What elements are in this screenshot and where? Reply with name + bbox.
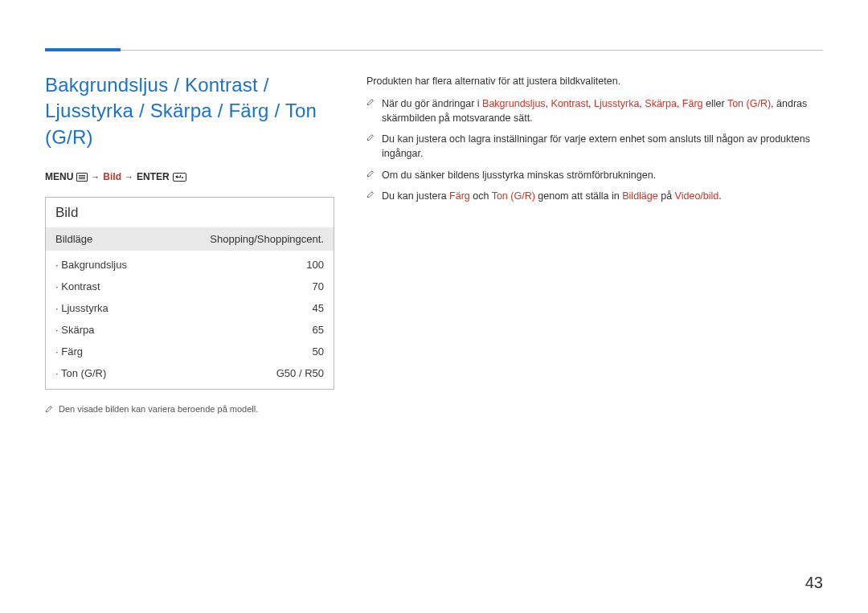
row-value: 65: [313, 324, 324, 336]
breadcrumb-menu: MENU: [45, 171, 73, 182]
note: Du kan justera och lagra inställningar f…: [366, 132, 823, 161]
note-text: Om du sänker bildens ljusstyrka minskas …: [382, 168, 656, 182]
title-line-1: Bakgrundsljus / Kontrast /: [45, 74, 269, 96]
right-column: Produkten har flera alternativ för att j…: [366, 72, 823, 414]
pencil-icon: [366, 169, 375, 178]
pencil-icon: [45, 404, 54, 413]
panel-row: Bakgrundsljus100: [46, 254, 334, 276]
note-text: Du kan justera och lagra inställningar f…: [382, 132, 823, 161]
row-label: Bakgrundsljus: [55, 259, 127, 271]
footnote-text: Den visade bilden kan variera beroende p…: [59, 404, 258, 414]
breadcrumb-enter: ENTER: [137, 171, 170, 182]
page: Bakgrundsljus / Kontrast / Ljusstyrka / …: [0, 0, 868, 613]
enter-icon: [173, 173, 186, 182]
panel-row: Ton (G/R)G50 / R50: [46, 362, 334, 384]
panel-mode-row: Bildläge Shopping/Shoppingcent.: [46, 227, 334, 251]
panel-row: Ljusstyrka45: [46, 297, 334, 319]
content: Bakgrundsljus / Kontrast / Ljusstyrka / …: [45, 0, 823, 414]
pencil-icon: [366, 133, 375, 141]
row-label: Färg: [55, 345, 83, 358]
note: Du kan justera Färg och Ton (G/R) genom …: [366, 189, 823, 203]
page-number: 43: [805, 574, 823, 592]
accent-bar: [45, 48, 121, 51]
menu-icon: [76, 173, 88, 182]
left-column: Bakgrundsljus / Kontrast / Ljusstyrka / …: [45, 72, 334, 414]
row-value: 45: [313, 302, 324, 314]
row-value: 70: [313, 280, 324, 292]
intro-text: Produkten har flera alternativ för att j…: [366, 76, 823, 87]
row-value: 50: [313, 345, 324, 358]
top-rule: [45, 50, 823, 51]
row-value: G50 / R50: [276, 367, 324, 379]
panel-row: Färg50: [46, 341, 334, 362]
breadcrumb-bild: Bild: [103, 171, 121, 182]
note-list: När du gör ändringar i Bakgrundsljus, Ko…: [366, 96, 823, 203]
note: När du gör ändringar i Bakgrundsljus, Ko…: [366, 96, 823, 125]
panel-row: Kontrast70: [46, 276, 334, 297]
breadcrumb: MENU → Bild → ENTER: [45, 171, 334, 182]
note: Om du sänker bildens ljusstyrka minskas …: [366, 168, 823, 182]
panel-rows: Bakgrundsljus100 Kontrast70 Ljusstyrka45…: [46, 251, 334, 389]
mode-value: Shopping/Shoppingcent.: [210, 233, 324, 245]
note-text: Du kan justera Färg och Ton (G/R) genom …: [382, 189, 722, 203]
arrow-icon: →: [91, 172, 100, 182]
note-text: När du gör ändringar i Bakgrundsljus, Ko…: [382, 96, 823, 125]
row-label: Ton (G/R): [55, 367, 106, 379]
title-line-2: Ljusstyrka / Skärpa / Färg / Ton (G/R): [45, 100, 317, 147]
row-value: 100: [306, 259, 324, 271]
mode-label: Bildläge: [55, 233, 92, 245]
page-title: Bakgrundsljus / Kontrast / Ljusstyrka / …: [45, 72, 334, 150]
row-label: Ljusstyrka: [55, 302, 108, 314]
settings-panel: Bild Bildläge Shopping/Shoppingcent. Bak…: [45, 197, 334, 390]
pencil-icon: [366, 97, 375, 106]
row-label: Kontrast: [55, 280, 100, 292]
pencil-icon: [366, 190, 375, 198]
row-label: Skärpa: [55, 324, 94, 336]
footnote: Den visade bilden kan variera beroende p…: [45, 404, 334, 414]
panel-header: Bild: [46, 198, 334, 227]
panel-row: Skärpa65: [46, 319, 334, 341]
arrow-icon: →: [125, 172, 133, 182]
